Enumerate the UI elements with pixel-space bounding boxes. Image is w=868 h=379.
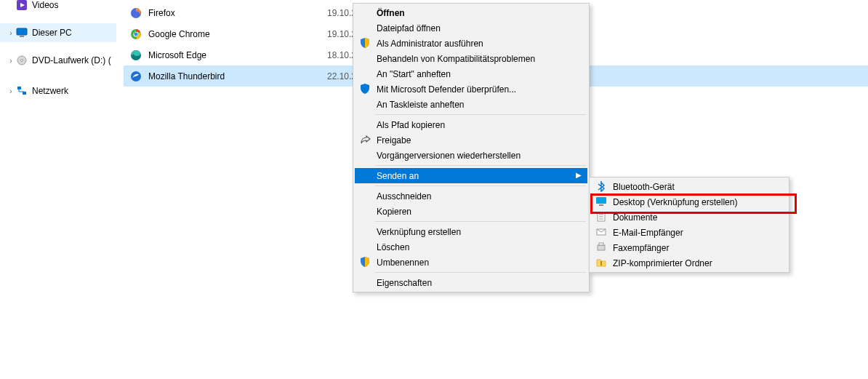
mail-icon — [595, 226, 607, 238]
sendto-zip[interactable]: ZIP-komprimierter Ordner — [591, 255, 787, 271]
svg-rect-24 — [600, 261, 602, 266]
tree-item-dvd[interactable]: › DVD-Laufwerk (D:) ( — [0, 51, 116, 70]
file-name: Mozilla Thunderbird — [148, 71, 327, 81]
sendto-fax[interactable]: Faxempfänger — [591, 240, 787, 255]
menu-defender[interactable]: Mit Microsoft Defender überprüfen... — [355, 81, 587, 97]
bluetooth-icon — [595, 180, 607, 192]
svg-point-6 — [21, 60, 23, 62]
menu-pin-start[interactable]: An "Start" anheften — [355, 66, 587, 81]
fax-icon — [595, 242, 607, 253]
svg-rect-15 — [596, 197, 606, 204]
menu-open[interactable]: Öffnen — [355, 5, 587, 20]
sendto-desktop[interactable]: Desktop (Verknüpfung erstellen) — [591, 194, 787, 210]
svg-rect-22 — [598, 245, 605, 250]
menu-compat[interactable]: Behandeln von Kompatibilitätsproblemen — [355, 51, 587, 66]
document-icon — [595, 211, 607, 223]
shield-icon — [359, 256, 371, 268]
separator — [375, 114, 586, 115]
menu-pin-taskbar[interactable]: An Taskleiste anheften — [355, 97, 587, 112]
shield-icon — [359, 37, 371, 49]
tree-label: Dieser PC — [32, 28, 72, 38]
svg-rect-4 — [20, 36, 24, 37]
tree-item-videos[interactable]: Videos — [0, 0, 116, 15]
chrome-icon — [129, 28, 142, 41]
chevron-icon: › — [6, 87, 16, 95]
file-name: Google Chrome — [148, 29, 327, 39]
menu-properties[interactable]: Eigenschaften — [355, 275, 587, 290]
thunderbird-icon — [129, 70, 142, 83]
sendto-bluetooth[interactable]: Bluetooth-Gerät — [591, 179, 787, 194]
menu-copy-path[interactable]: Als Pfad kopieren — [355, 117, 587, 132]
videos-icon — [16, 0, 28, 11]
nav-tree: Videos › Dieser PC › DVD-Laufwerk (D:) (… — [0, 0, 116, 379]
menu-restore[interactable]: Vorgängerversionen wiederherstellen — [355, 148, 587, 163]
menu-create-shortcut[interactable]: Verknüpfung erstellen — [355, 224, 587, 239]
svg-rect-16 — [599, 204, 603, 206]
zip-icon — [595, 257, 607, 268]
separator — [375, 165, 586, 166]
menu-run-admin[interactable]: Als Administrator ausführen — [355, 36, 587, 51]
chevron-icon: › — [6, 57, 16, 65]
share-icon — [359, 134, 371, 145]
sendto-documents[interactable]: Dokumente — [591, 210, 787, 225]
menu-send-to[interactable]: Senden an ▶ — [355, 168, 587, 183]
menu-open-path[interactable]: Dateipfad öffnen — [355, 20, 587, 36]
chevron-icon: › — [6, 29, 16, 37]
menu-copy[interactable]: Kopieren — [355, 204, 587, 219]
menu-rename[interactable]: Umbenennen — [355, 255, 587, 270]
menu-delete[interactable]: Löschen — [355, 239, 587, 255]
edge-icon — [129, 49, 142, 62]
submenu-arrow-icon: ▶ — [576, 171, 582, 179]
network-icon — [16, 85, 28, 97]
firefox-icon — [129, 7, 142, 20]
menu-cut[interactable]: Ausschneiden — [355, 188, 587, 204]
separator — [375, 221, 586, 222]
defender-icon — [359, 83, 371, 95]
tree-item-network[interactable]: › Netzwerk — [0, 81, 116, 100]
sendto-mail[interactable]: E-Mail-Empfänger — [591, 225, 787, 240]
tree-item-this-pc[interactable]: › Dieser PC — [0, 23, 116, 42]
tree-label: Netzwerk — [32, 86, 68, 96]
tree-label: Videos — [32, 0, 58, 10]
pc-icon — [16, 27, 28, 39]
file-name: Microsoft Edge — [148, 50, 327, 60]
desktop-icon — [595, 196, 607, 207]
dvd-icon — [16, 55, 28, 66]
svg-rect-8 — [23, 92, 26, 95]
sendto-submenu: Bluetooth-Gerät Desktop (Verknüpfung ers… — [589, 177, 789, 273]
file-name: Firefox — [148, 8, 327, 18]
context-menu: Öffnen Dateipfad öffnen Als Administrato… — [353, 3, 590, 292]
svg-rect-23 — [599, 243, 603, 245]
separator — [375, 185, 586, 186]
tree-label: DVD-Laufwerk (D:) ( — [32, 55, 111, 65]
svg-rect-2 — [17, 28, 27, 35]
menu-share[interactable]: Freigabe — [355, 132, 587, 148]
svg-rect-7 — [17, 87, 21, 89]
separator — [375, 272, 586, 273]
svg-point-14 — [131, 71, 141, 81]
